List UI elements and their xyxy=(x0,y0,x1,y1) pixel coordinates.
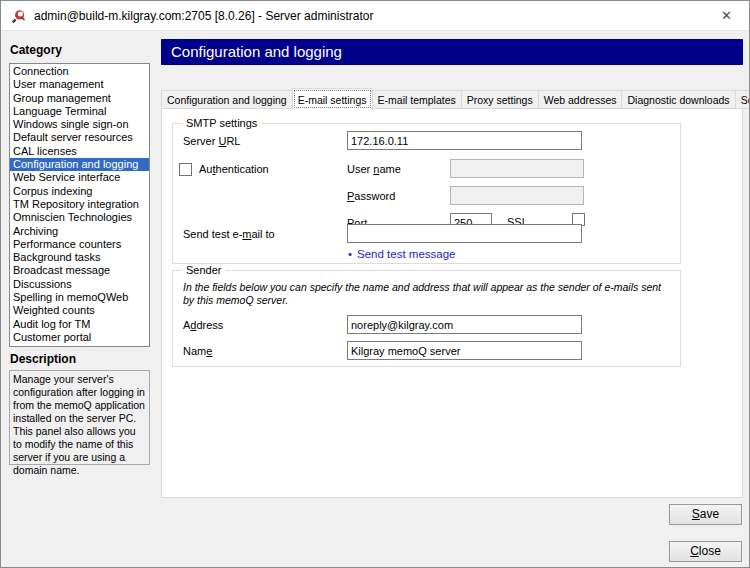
category-item[interactable]: Archiving xyxy=(10,225,149,238)
category-item[interactable]: Windows single sign-on xyxy=(10,118,149,131)
close-button[interactable]: Close xyxy=(669,541,742,562)
tab-proxy-settings[interactable]: Proxy settings xyxy=(461,90,539,109)
server-url-input[interactable] xyxy=(347,131,582,150)
memoq-app-icon xyxy=(11,8,27,24)
name-label: Name xyxy=(183,345,212,357)
tab-e-mail-templates[interactable]: E-mail templates xyxy=(372,90,462,109)
save-button[interactable]: Save xyxy=(669,504,742,525)
category-header: Category xyxy=(10,43,62,57)
category-item[interactable]: CAL licenses xyxy=(10,145,149,158)
link-bullet-icon: • xyxy=(348,248,352,260)
send-test-email-input[interactable] xyxy=(347,224,582,243)
category-item[interactable]: Connection xyxy=(10,65,149,78)
tab-configuration-and-logging[interactable]: Configuration and logging xyxy=(161,90,293,109)
category-item[interactable]: User management xyxy=(10,78,149,91)
category-item[interactable]: Weighted counts xyxy=(10,304,149,317)
smtp-settings-group-title: SMTP settings xyxy=(182,117,261,129)
page-title: Configuration and logging xyxy=(161,39,743,65)
address-label: Address xyxy=(183,319,223,331)
category-item[interactable]: Discussions xyxy=(10,278,149,291)
category-item[interactable]: Omniscien Technologies xyxy=(10,211,149,224)
email-settings-panel: SMTP settings Server URL Authentication … xyxy=(161,108,743,498)
category-item[interactable]: Spelling in memoQWeb xyxy=(10,291,149,304)
sender-group-title: Sender xyxy=(182,264,225,276)
category-item[interactable]: Web Service interface xyxy=(10,171,149,184)
password-label: Password xyxy=(347,190,395,202)
window-title: admin@build-m.kilgray.com:2705 [8.0.26] … xyxy=(34,9,373,23)
send-test-message-link-label: Send test message xyxy=(357,248,455,260)
user-name-input xyxy=(450,159,584,178)
category-item[interactable]: Audit log for TM xyxy=(10,318,149,331)
send-test-message-link[interactable]: •Send test message xyxy=(348,248,455,260)
description-text: Manage your server's configuration after… xyxy=(9,370,150,465)
settings-tabstrip: Configuration and loggingE-mail settings… xyxy=(161,88,750,109)
category-item[interactable]: Customer portal xyxy=(10,331,149,344)
authentication-label[interactable]: Authentication xyxy=(199,163,269,175)
sender-note: In the fields below you can specify the … xyxy=(183,281,672,307)
tab-web-addresses[interactable]: Web addresses xyxy=(538,90,623,109)
server-administrator-window: admin@build-m.kilgray.com:2705 [8.0.26] … xyxy=(0,0,750,568)
name-input[interactable] xyxy=(347,341,582,360)
server-url-label: Server URL xyxy=(183,135,240,147)
authentication-checkbox[interactable] xyxy=(179,163,192,176)
category-item[interactable]: Configuration and logging xyxy=(10,158,149,171)
description-header: Description xyxy=(10,352,76,366)
window-close-button[interactable]: ✕ xyxy=(704,1,749,31)
category-item[interactable]: Language Terminal xyxy=(10,105,149,118)
category-item[interactable]: Group management xyxy=(10,92,149,105)
tab-diagnostic-downloads[interactable]: Diagnostic downloads xyxy=(621,90,735,109)
category-item[interactable]: Corpus indexing xyxy=(10,185,149,198)
category-list: ConnectionUser managementGroup managemen… xyxy=(9,63,150,347)
title-bar: admin@build-m.kilgray.com:2705 [8.0.26] … xyxy=(1,1,749,31)
category-item[interactable]: Performance counters xyxy=(10,238,149,251)
tab-security[interactable]: Security xyxy=(735,90,750,109)
password-input xyxy=(450,186,584,205)
address-input[interactable] xyxy=(347,315,582,334)
category-item[interactable]: TM Repository integration xyxy=(10,198,149,211)
category-item[interactable]: Broadcast message xyxy=(10,264,149,277)
tab-e-mail-settings[interactable]: E-mail settings xyxy=(292,88,373,110)
category-item[interactable]: Default server resources xyxy=(10,131,149,144)
send-test-email-label: Send test e-mail to xyxy=(183,228,275,240)
user-name-label: User name xyxy=(347,163,401,175)
category-item[interactable]: Background tasks xyxy=(10,251,149,264)
